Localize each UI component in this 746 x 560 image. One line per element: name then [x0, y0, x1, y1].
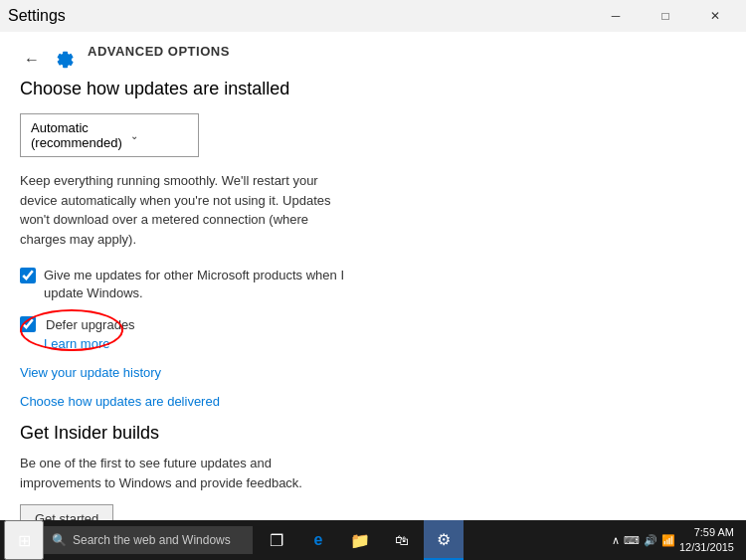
minimize-button[interactable]: ─ — [593, 0, 639, 32]
microsoft-products-label: Give me updates for other Microsoft prod… — [44, 267, 358, 302]
taskbar-search[interactable]: 🔍 Search the web and Windows — [44, 526, 253, 554]
file-explorer-icon: 📁 — [350, 531, 370, 550]
learn-more-link[interactable]: Learn more — [44, 336, 726, 351]
store-icon: 🛍 — [395, 532, 409, 548]
defer-upgrades-checkbox[interactable] — [20, 316, 36, 332]
insider-section-title: Get Insider builds — [20, 423, 726, 444]
edge-icon: e — [314, 531, 323, 549]
volume-icon: 🔊 — [644, 534, 657, 547]
maximize-button[interactable]: □ — [643, 0, 688, 32]
search-icon: 🔍 — [52, 533, 67, 547]
description-text: Keep everything running smoothly. We'll … — [20, 171, 348, 249]
title-bar-left: Settings — [8, 7, 66, 25]
close-button[interactable]: ✕ — [692, 0, 738, 32]
keyboard-icon: ⌨ — [624, 534, 640, 547]
gear-icon — [56, 50, 76, 70]
network-icon: 📶 — [661, 534, 675, 547]
file-explorer-button[interactable]: 📁 — [340, 520, 380, 560]
chevron-up-icon: ∧ — [612, 534, 620, 547]
clock-time: 7:59 AM — [679, 525, 734, 540]
task-view-icon: ❐ — [270, 531, 283, 550]
delivery-method-link[interactable]: Choose how updates are delivered — [20, 394, 726, 409]
taskbar-apps: ❐ e 📁 🛍 ⚙ — [257, 520, 464, 560]
microsoft-products-checkbox[interactable] — [20, 268, 36, 283]
back-button[interactable]: ← — [20, 47, 44, 73]
defer-section: Defer upgrades Learn more — [20, 316, 726, 351]
main-content: Choose how updates are installed Automat… — [0, 79, 746, 520]
taskbar-system-tray: ∧ ⌨ 🔊 📶 7:59 AM 12/31/2015 — [612, 525, 742, 556]
edge-button[interactable]: e — [298, 520, 338, 560]
title-bar-controls: ─ □ ✕ — [593, 0, 738, 32]
update-history-link[interactable]: View your update history — [20, 365, 726, 380]
title-bar-text: Settings — [8, 7, 66, 25]
microsoft-products-checkbox-row: Give me updates for other Microsoft prod… — [20, 267, 358, 302]
defer-row: Defer upgrades — [20, 316, 726, 332]
dropdown-value: Automatic (recommended) — [31, 120, 122, 150]
start-icon: ⊞ — [18, 531, 31, 550]
settings-taskbar-button[interactable]: ⚙ — [424, 520, 464, 560]
header: ← ADVANCED OPTIONS — [0, 32, 746, 79]
defer-upgrades-label: Defer upgrades — [46, 317, 135, 332]
start-button[interactable]: ⊞ — [4, 520, 44, 560]
system-clock: 7:59 AM 12/31/2015 — [679, 525, 734, 556]
search-placeholder: Search the web and Windows — [73, 533, 231, 547]
clock-date: 12/31/2015 — [679, 540, 734, 555]
page-title: ADVANCED OPTIONS — [88, 40, 230, 59]
title-bar: Settings ─ □ ✕ — [0, 0, 746, 32]
chevron-down-icon: ⌄ — [130, 130, 188, 141]
insider-description: Be one of the first to see future update… — [20, 454, 348, 492]
get-started-button[interactable]: Get started — [20, 504, 113, 520]
settings-taskbar-icon: ⚙ — [437, 530, 451, 549]
taskbar: ⊞ 🔍 Search the web and Windows ❐ e 📁 🛍 ⚙… — [0, 520, 746, 560]
update-dropdown[interactable]: Automatic (recommended) ⌄ — [20, 113, 199, 157]
section-title: Choose how updates are installed — [20, 79, 726, 99]
store-button[interactable]: 🛍 — [382, 520, 422, 560]
task-view-button[interactable]: ❐ — [257, 520, 296, 560]
